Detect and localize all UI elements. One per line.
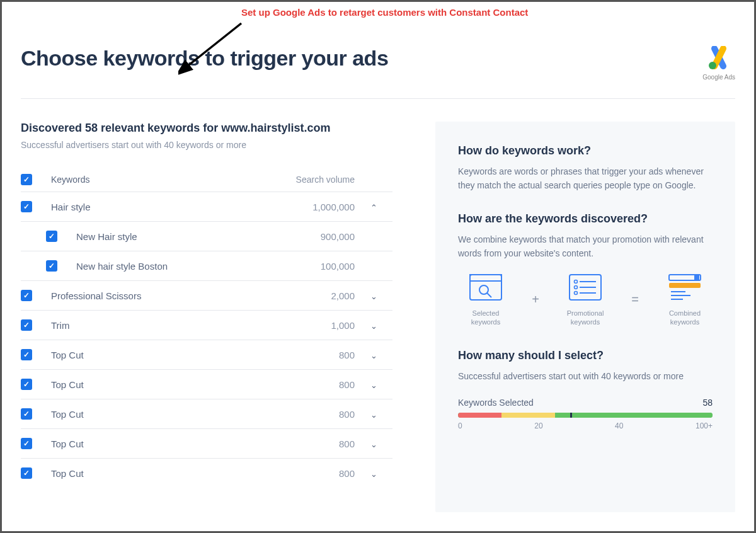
row-checkbox[interactable] <box>21 290 32 301</box>
search-volume: 900,000 <box>279 231 355 242</box>
svg-rect-2 <box>470 275 501 300</box>
search-volume: 800 <box>279 379 355 390</box>
plus-icon: + <box>532 292 539 307</box>
help-text-how-work: Keywords are words or phrases that trigg… <box>458 165 713 192</box>
google-ads-logo: Google Ads <box>702 46 735 81</box>
tick-40: 40 <box>615 421 623 430</box>
selected-keywords-icon <box>467 272 504 302</box>
column-header-volume: Search volume <box>279 175 355 185</box>
keyword-name: Top Cut <box>51 438 279 449</box>
meter-ticks: 0 20 40 100+ <box>458 421 713 430</box>
eq-caption-promotional: Promotional keywords <box>558 309 613 327</box>
search-volume: 800 <box>279 409 355 420</box>
search-volume: 100,000 <box>279 261 355 272</box>
table-row[interactable]: Top Cut800⌄ <box>21 458 392 488</box>
svg-point-9 <box>575 285 578 289</box>
keyword-name: Top Cut <box>51 409 279 420</box>
keyword-name: Trim <box>51 320 279 331</box>
eq-caption-combined: Combined keywords <box>657 309 713 327</box>
table-row[interactable]: Top Cut800⌄ <box>21 399 392 428</box>
search-volume: 800 <box>279 468 355 479</box>
tick-0: 0 <box>458 421 462 430</box>
discovered-heading: Discovered 58 relevant keywords for www.… <box>21 122 392 135</box>
keyword-equation: Selected keywords + Promotional keywords <box>458 272 713 327</box>
row-checkbox[interactable] <box>46 260 57 272</box>
help-heading-how-work: How do keywords work? <box>458 144 713 158</box>
equals-icon: = <box>631 292 639 307</box>
table-row[interactable]: Top Cut800⌄ <box>21 428 392 458</box>
svg-rect-15 <box>669 283 701 288</box>
svg-line-0 <box>186 23 241 67</box>
search-volume: 800 <box>279 350 355 360</box>
discovered-subtitle: Successful advertisers start out with 40… <box>21 140 392 150</box>
help-heading-discovered: How are the keywords discovered? <box>458 212 713 226</box>
chevron-down-icon[interactable]: ⌄ <box>370 440 377 449</box>
table-row[interactable]: New Hair style900,000 <box>21 221 392 251</box>
chevron-down-icon[interactable]: ⌄ <box>370 351 377 360</box>
keyword-name: New hair style Boston <box>76 261 279 272</box>
keyword-name: Top Cut <box>51 350 279 360</box>
keywords-selected-meter <box>458 413 713 418</box>
tick-20: 20 <box>534 421 542 430</box>
table-header-row: Keywords Search volume <box>21 168 392 192</box>
svg-point-1 <box>709 62 716 69</box>
slider-label: Keywords Selected <box>458 398 534 408</box>
table-row[interactable]: Top Cut800⌄ <box>21 340 392 369</box>
table-row[interactable]: New hair style Boston100,000 <box>21 251 392 280</box>
tick-100: 100+ <box>696 421 713 430</box>
slider-value: 58 <box>702 398 713 408</box>
svg-line-5 <box>487 293 491 297</box>
chevron-down-icon[interactable]: ⌄ <box>370 381 377 390</box>
meter-thumb <box>570 413 572 418</box>
chevron-up-icon[interactable]: ⌃ <box>370 203 377 212</box>
table-row[interactable]: Trim1,000⌄ <box>21 310 392 340</box>
keyword-name: New Hair style <box>76 231 279 242</box>
help-text-how-many: Successful advertisers start out with 40… <box>458 370 713 384</box>
column-header-keywords: Keywords <box>51 175 279 185</box>
keyword-name: Top Cut <box>51 379 279 390</box>
help-heading-how-many: How many should I select? <box>458 349 713 362</box>
chevron-down-icon[interactable]: ⌄ <box>370 410 377 420</box>
promotional-keywords-icon <box>567 272 604 302</box>
svg-point-4 <box>479 285 488 294</box>
help-panel: How do keywords work? Keywords are words… <box>435 122 735 512</box>
table-row[interactable]: Hair style1,000,000⌃ <box>21 192 392 221</box>
row-checkbox[interactable] <box>21 319 32 331</box>
keyword-name: Hair style <box>51 202 279 212</box>
row-checkbox[interactable] <box>21 379 32 390</box>
search-volume: 2,000 <box>279 290 355 301</box>
svg-point-7 <box>575 280 578 283</box>
svg-rect-3 <box>470 275 501 281</box>
keyword-name: Top Cut <box>51 468 279 479</box>
search-volume: 800 <box>279 438 355 449</box>
row-checkbox[interactable] <box>21 201 32 212</box>
eq-caption-selected: Selected keywords <box>458 309 513 327</box>
chevron-down-icon[interactable]: ⌄ <box>370 292 377 301</box>
search-volume: 1,000 <box>279 320 355 331</box>
row-checkbox[interactable] <box>21 408 32 420</box>
search-volume: 1,000,000 <box>279 202 355 212</box>
table-row[interactable]: Top Cut800⌄ <box>21 369 392 399</box>
combined-keywords-icon <box>667 272 703 302</box>
row-checkbox[interactable] <box>46 231 57 242</box>
chevron-down-icon[interactable]: ⌄ <box>370 469 377 479</box>
chevron-down-icon[interactable]: ⌄ <box>370 321 377 331</box>
annotation-callout: Set up Google Ads to retarget customers … <box>241 7 528 18</box>
table-row[interactable]: Professional Scissors2,000⌄ <box>21 280 392 310</box>
svg-point-11 <box>575 291 578 294</box>
keywords-panel: Discovered 58 relevant keywords for www.… <box>21 122 392 512</box>
annotation-arrow <box>178 18 248 75</box>
logo-caption: Google Ads <box>702 74 735 81</box>
row-checkbox[interactable] <box>21 467 32 479</box>
row-checkbox[interactable] <box>21 438 32 449</box>
keyword-name: Professional Scissors <box>51 290 279 301</box>
svg-rect-14 <box>694 275 699 280</box>
select-all-checkbox[interactable] <box>21 174 32 185</box>
help-text-discovered: We combine keywords that match your prom… <box>458 233 713 260</box>
row-checkbox[interactable] <box>21 349 32 360</box>
